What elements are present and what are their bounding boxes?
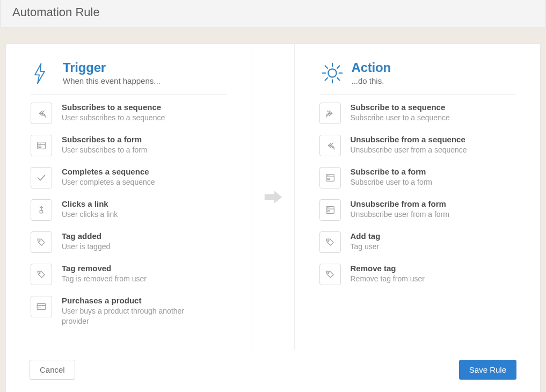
trigger-option[interactable]: Completes a sequenceUser completes a seq… xyxy=(31,167,227,188)
trigger-option-desc: User completes a sequence xyxy=(62,177,155,187)
trigger-option[interactable]: Clicks a linkUser clicks a link xyxy=(31,199,227,221)
action-option-desc: Unsubscribe user from a form xyxy=(351,209,449,220)
trigger-option-texts: Clicks a linkUser clicks a link xyxy=(62,199,118,220)
tag-icon xyxy=(319,231,341,253)
action-option-desc: Tag user xyxy=(351,242,381,252)
action-option-title: Unsubscribe from a sequence xyxy=(351,135,467,144)
action-option-title: Unsubscribe from a form xyxy=(351,199,449,209)
trigger-option-title: Purchases a product xyxy=(62,296,212,306)
form-icon xyxy=(319,167,341,188)
reply-all-left-icon xyxy=(319,135,341,156)
arrow-right-icon xyxy=(261,187,285,207)
action-option[interactable]: Subscribe to a sequenceSubscribe user to… xyxy=(319,103,516,124)
trigger-option-desc: User clicks a link xyxy=(62,209,118,220)
trigger-option-title: Tag removed xyxy=(62,264,147,273)
action-subheading: ...do this. xyxy=(352,76,391,85)
action-option-title: Subscribe to a form xyxy=(351,167,433,177)
action-option-texts: Subscribe to a formSubscribe user to a f… xyxy=(351,167,433,187)
trigger-option[interactable]: Subscribes to a formUser subscribes to a… xyxy=(31,135,227,156)
trigger-option[interactable]: Purchases a productUser buys a product t… xyxy=(31,296,227,326)
action-header: Action ...do this. xyxy=(319,60,516,95)
action-option-texts: Unsubscribe from a formUnsubscribe user … xyxy=(351,199,449,220)
trigger-option-title: Subscribes to a sequence xyxy=(62,103,165,112)
pointer-icon xyxy=(31,199,52,221)
action-option[interactable]: Add tagTag user xyxy=(319,231,516,253)
action-option[interactable]: Subscribe to a formSubscribe user to a f… xyxy=(319,167,516,188)
action-header-texts: Action ...do this. xyxy=(352,60,391,85)
trigger-option-texts: Tag removedTag is removed from user xyxy=(62,264,147,284)
footer: Cancel Save Rule xyxy=(6,350,540,392)
check-icon xyxy=(31,167,52,188)
action-option-desc: Unsubscribe user from a sequence xyxy=(351,145,467,155)
action-option-texts: Add tagTag user xyxy=(351,231,381,252)
trigger-option-title: Completes a sequence xyxy=(62,167,155,177)
save-button[interactable]: Save Rule xyxy=(459,360,516,380)
credit-card-icon xyxy=(31,296,52,317)
action-option[interactable]: Unsubscribe from a sequenceUnsubscribe u… xyxy=(319,135,516,156)
trigger-option-texts: Subscribes to a formUser subscribes to a… xyxy=(62,135,148,155)
action-option-texts: Subscribe to a sequenceSubscribe user to… xyxy=(351,103,450,123)
trigger-heading: Trigger xyxy=(63,60,161,75)
action-option-title: Add tag xyxy=(351,231,381,241)
action-option-title: Remove tag xyxy=(351,264,425,273)
action-option-desc: Subscribe user to a sequence xyxy=(351,113,450,123)
action-option-desc: Subscribe user to a form xyxy=(351,177,433,187)
trigger-option-desc: Tag is removed from user xyxy=(62,274,147,284)
action-heading: Action xyxy=(352,60,391,75)
trigger-option-title: Tag added xyxy=(62,231,110,241)
form-icon xyxy=(31,135,52,156)
tag-icon xyxy=(31,231,52,253)
reply-all-right-icon xyxy=(319,103,341,124)
cancel-button[interactable]: Cancel xyxy=(30,360,75,380)
bolt-icon xyxy=(31,60,53,87)
action-option[interactable]: Unsubscribe from a formUnsubscribe user … xyxy=(319,199,516,221)
trigger-column: Trigger When this event happens... Subsc… xyxy=(6,44,252,350)
gear-icon xyxy=(319,60,342,87)
action-option-texts: Unsubscribe from a sequenceUnsubscribe u… xyxy=(351,135,467,155)
tag-icon xyxy=(319,264,341,285)
reply-all-left-icon xyxy=(31,103,52,124)
page-titlebar: Automation Rule xyxy=(0,0,546,27)
trigger-option-desc: User is tagged xyxy=(62,242,110,252)
trigger-option-title: Subscribes to a form xyxy=(62,135,148,144)
trigger-option-texts: Tag addedUser is tagged xyxy=(62,231,110,252)
page-title: Automation Rule xyxy=(12,5,100,19)
form-icon xyxy=(319,199,341,221)
trigger-option[interactable]: Tag removedTag is removed from user xyxy=(31,264,227,285)
action-column: Action ...do this. Subscribe to a sequen… xyxy=(295,44,541,350)
trigger-option-desc: User subscribes to a form xyxy=(62,145,148,155)
trigger-option-title: Clicks a link xyxy=(62,199,118,209)
trigger-option-desc: User subscribes to a sequence xyxy=(62,113,165,123)
trigger-list: Subscribes to a sequenceUser subscribes … xyxy=(31,103,227,326)
action-list: Subscribe to a sequenceSubscribe user to… xyxy=(319,103,516,285)
trigger-option[interactable]: Tag addedUser is tagged xyxy=(31,231,227,253)
action-option-texts: Remove tagRemove tag from user xyxy=(351,264,425,284)
trigger-option-texts: Completes a sequenceUser completes a seq… xyxy=(62,167,155,187)
action-option-desc: Remove tag from user xyxy=(351,274,425,284)
rule-card: Trigger When this event happens... Subsc… xyxy=(5,43,541,392)
trigger-option-texts: Purchases a productUser buys a product t… xyxy=(62,296,212,326)
window: Automation Rule Trigger When this event … xyxy=(0,0,546,392)
trigger-subheading: When this event happens... xyxy=(63,76,161,85)
action-option[interactable]: Remove tagRemove tag from user xyxy=(319,264,516,285)
trigger-header-texts: Trigger When this event happens... xyxy=(63,60,161,85)
trigger-option-texts: Subscribes to a sequenceUser subscribes … xyxy=(62,103,165,123)
action-option-title: Subscribe to a sequence xyxy=(351,103,450,112)
columns: Trigger When this event happens... Subsc… xyxy=(6,44,540,350)
tag-icon xyxy=(31,264,52,285)
column-divider xyxy=(252,44,295,350)
trigger-header: Trigger When this event happens... xyxy=(31,60,227,95)
trigger-option-desc: User buys a product through another prov… xyxy=(62,306,212,326)
trigger-option[interactable]: Subscribes to a sequenceUser subscribes … xyxy=(31,103,227,124)
